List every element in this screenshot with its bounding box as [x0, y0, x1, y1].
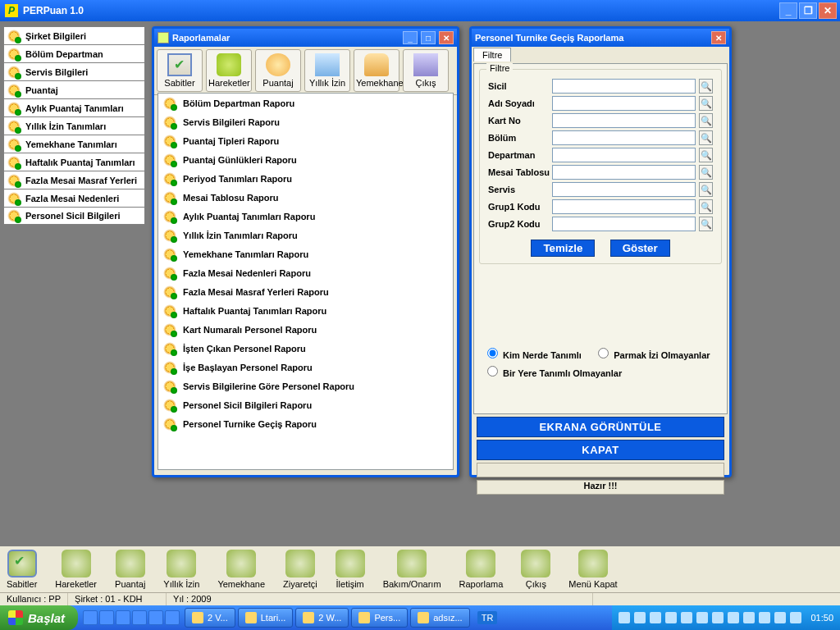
lookup-button[interactable]: 🔍 — [699, 96, 713, 111]
start-button[interactable]: Başlat — [0, 605, 78, 630]
taskbar-task[interactable]: Ltari... — [238, 608, 294, 628]
tray-icon[interactable] — [743, 612, 755, 623]
sidebar-item[interactable]: Bölüm Departman — [3, 44, 145, 62]
field-input[interactable] — [552, 199, 696, 214]
lookup-button[interactable]: 🔍 — [699, 148, 713, 162]
app-tool-button[interactable]: İletişim — [336, 550, 365, 589]
radio-bir-yere[interactable] — [487, 366, 498, 377]
radio-kim-nerde[interactable] — [487, 348, 498, 358]
sidebar-item[interactable]: Haftalık Puantaj Tanımları — [3, 153, 145, 171]
rapor-maximize[interactable]: □ — [421, 31, 436, 44]
lookup-button[interactable]: 🔍 — [699, 113, 713, 128]
field-input[interactable] — [552, 182, 696, 197]
tray-icon[interactable] — [712, 612, 724, 623]
sidebar-item[interactable]: Yıllık İzin Tanımları — [3, 116, 145, 135]
field-input[interactable] — [552, 130, 696, 145]
language-indicator[interactable]: TR — [477, 611, 498, 624]
report-item[interactable]: Haftalık Puantaj Tanımları Raporu — [158, 301, 453, 320]
field-input[interactable] — [552, 165, 696, 180]
tray-icon[interactable] — [634, 612, 646, 623]
ql-icon[interactable] — [99, 610, 114, 625]
radio-row[interactable]: Bir Yere Tanımlı Olmayanlar — [483, 368, 622, 378]
clear-button[interactable]: Temizle — [531, 240, 595, 257]
sidebar-item[interactable]: Personel Sicil Bilgileri — [3, 207, 145, 225]
toolbar-button[interactable]: Hareketler — [206, 49, 252, 92]
report-item[interactable]: Kart Numaralı Personel Raporu — [158, 320, 453, 339]
toolbar-button[interactable]: Yemekhane — [354, 49, 399, 92]
ql-icon[interactable] — [132, 610, 147, 625]
report-item[interactable]: Personel Sicil Bilgileri Raporu — [158, 395, 453, 414]
tray-icon[interactable] — [728, 612, 739, 623]
tab-filtre[interactable]: Filtre — [473, 48, 511, 62]
lookup-button[interactable]: 🔍 — [699, 165, 713, 180]
maximize-button[interactable]: ❐ — [799, 2, 817, 19]
show-button[interactable]: Göster — [610, 240, 670, 257]
tray-icon[interactable] — [774, 612, 786, 623]
ql-icon[interactable] — [148, 610, 163, 625]
close-button-form[interactable]: KAPAT — [477, 440, 724, 460]
field-input[interactable] — [552, 217, 696, 231]
toolbar-button[interactable]: Puantaj — [255, 49, 301, 92]
tray-icon[interactable] — [650, 612, 661, 623]
radio-row[interactable]: Kim Nerde Tanımlı — [483, 350, 582, 360]
rapor-close[interactable]: ✕ — [439, 31, 454, 44]
taskbar-task[interactable]: Pers... — [351, 608, 408, 628]
lookup-button[interactable]: 🔍 — [699, 182, 713, 197]
lookup-button[interactable]: 🔍 — [699, 130, 713, 145]
taskbar-task[interactable]: 2 V... — [185, 608, 235, 628]
rapor-minimize[interactable]: _ — [403, 31, 418, 44]
clock[interactable]: 01:50 — [810, 613, 833, 623]
lookup-button[interactable]: 🔍 — [699, 199, 713, 214]
radio-parmak-izi[interactable] — [598, 348, 609, 358]
sidebar-item[interactable]: Yemekhane Tanımları — [3, 135, 145, 153]
toolbar-button[interactable]: Sabitler — [157, 49, 203, 92]
report-item[interactable]: Mesai Tablosu Raporu — [158, 188, 453, 207]
minimize-button[interactable]: _ — [779, 2, 797, 19]
tray-icon[interactable] — [696, 612, 708, 623]
report-item[interactable]: İşten Çıkan Personel Raporu — [158, 339, 453, 358]
tray-icon[interactable] — [665, 612, 677, 623]
raporlamalar-titlebar[interactable]: Raporlamalar _ □ ✕ — [154, 29, 457, 47]
radio-row[interactable]: Parmak İzi Olmayanlar — [594, 350, 710, 360]
taskbar-task[interactable]: 2 W... — [295, 608, 349, 628]
field-input[interactable] — [552, 79, 696, 94]
sidebar-item[interactable]: Fazla Mesai Masraf Yerleri — [3, 171, 145, 189]
toolbar-button[interactable]: Çıkış — [403, 49, 449, 92]
view-button[interactable]: EKRANA GÖRÜNTÜLE — [477, 417, 724, 437]
ql-icon[interactable] — [83, 610, 98, 625]
lookup-button[interactable]: 🔍 — [699, 217, 713, 231]
tray-icon[interactable] — [790, 612, 801, 623]
tray-icon[interactable] — [619, 612, 630, 623]
taskbar-task[interactable]: adsız... — [410, 608, 469, 628]
report-item[interactable]: Bölüm Departman Raporu — [158, 94, 453, 112]
app-tool-button[interactable]: Puantaj — [115, 550, 145, 589]
close-button[interactable]: ✕ — [819, 2, 837, 19]
sidebar-item[interactable]: Fazla Mesai Nedenleri — [3, 189, 145, 207]
report-item[interactable]: Fazla Mesai Masraf Yerleri Raporu — [158, 282, 453, 301]
report-item[interactable]: Yıllık İzin Tanımları Raporu — [158, 226, 453, 244]
filter-titlebar[interactable]: Personel Turnike Geçiş Raporlama ✕ — [472, 29, 729, 47]
report-item[interactable]: Aylık Puantaj Tanımları Raporu — [158, 207, 453, 226]
sidebar-item[interactable]: Şirket Bilgileri — [3, 26, 145, 44]
field-input[interactable] — [552, 113, 696, 128]
filter-close[interactable]: ✕ — [711, 31, 726, 44]
lookup-button[interactable]: 🔍 — [699, 79, 713, 94]
report-item[interactable]: Puantaj Tipleri Raporu — [158, 131, 453, 150]
app-tool-button[interactable]: Çıkış — [521, 550, 550, 589]
ql-icon[interactable] — [165, 610, 180, 625]
report-item[interactable]: Personel Turnike Geçiş Raporu — [158, 414, 453, 433]
sidebar-item[interactable]: Aylık Puantaj Tanımları — [3, 98, 145, 116]
app-tool-button[interactable]: Ziyaretçi — [283, 550, 317, 589]
report-item[interactable]: Puantaj Günlükleri Raporu — [158, 150, 453, 169]
report-item[interactable]: Servis Bilgileri Raporu — [158, 112, 453, 131]
app-tool-button[interactable]: Raporlama — [459, 550, 504, 589]
field-input[interactable] — [552, 96, 696, 111]
tray-icon[interactable] — [759, 612, 770, 623]
report-item[interactable]: İşe Başlayan Personel Raporu — [158, 358, 453, 377]
app-tool-button[interactable]: Yıllık İzin — [163, 550, 199, 589]
report-item[interactable]: Servis Bilgilerine Göre Personel Raporu — [158, 377, 453, 395]
report-item[interactable]: Fazla Mesai Nedenleri Raporu — [158, 263, 453, 282]
report-item[interactable]: Periyod Tanımları Raporu — [158, 169, 453, 188]
rapor-list[interactable]: Bölüm Departman RaporuServis Bilgileri R… — [158, 93, 454, 470]
tray-icon[interactable] — [681, 612, 692, 623]
